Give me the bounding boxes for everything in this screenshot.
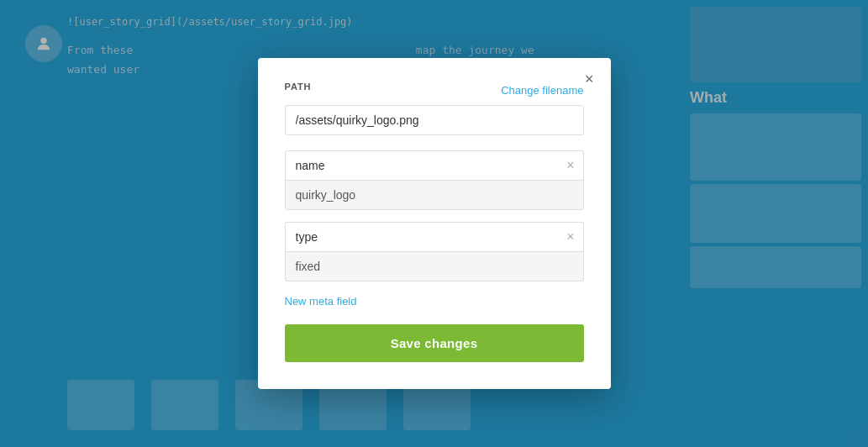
meta-field-1-name-input[interactable]	[286, 151, 559, 180]
meta-field-2: × fixed	[285, 222, 584, 281]
path-input[interactable]	[285, 105, 584, 135]
meta-field-1-value: quirky_logo	[285, 180, 584, 210]
modal-overlay: × PATH Change filename × quirky_logo × f…	[0, 0, 868, 447]
meta-field-2-row: ×	[285, 222, 584, 251]
close-button[interactable]: ×	[581, 70, 597, 88]
modal-dialog: × PATH Change filename × quirky_logo × f…	[258, 58, 611, 389]
new-meta-field-link[interactable]: New meta field	[285, 295, 357, 308]
meta-field-2-value: fixed	[285, 251, 584, 281]
meta-field-1-row: ×	[285, 150, 584, 180]
save-changes-button[interactable]: Save changes	[285, 324, 584, 362]
change-filename-link[interactable]: Change filename	[501, 84, 583, 97]
meta-field-2-clear-button[interactable]: ×	[558, 225, 582, 249]
path-label: PATH	[285, 82, 312, 92]
meta-field-2-name-input[interactable]	[286, 223, 559, 251]
meta-field-1-clear-button[interactable]: ×	[558, 154, 582, 177]
path-header: PATH Change filename	[285, 82, 584, 98]
meta-field-1: × quirky_logo	[285, 150, 584, 210]
